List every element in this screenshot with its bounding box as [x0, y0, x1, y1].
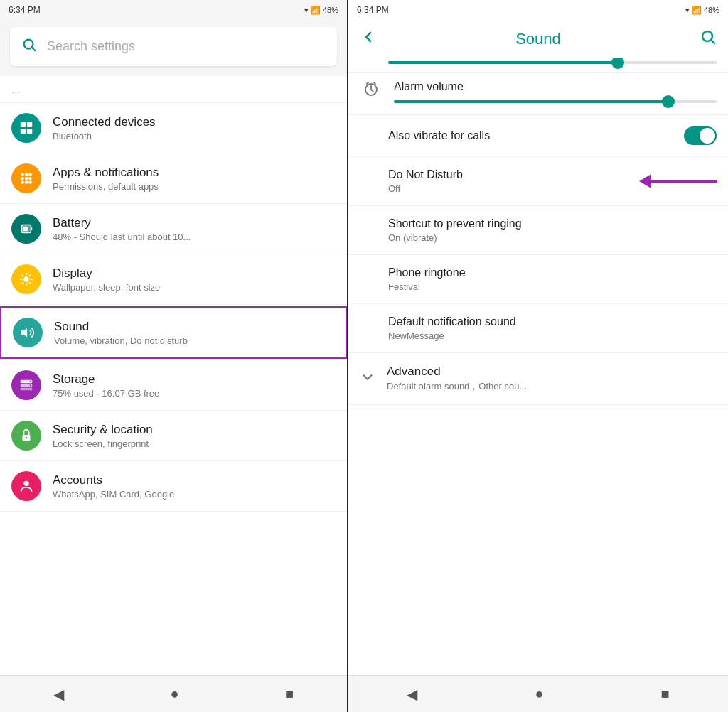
- svg-line-24: [22, 275, 23, 276]
- back-button-right[interactable]: [360, 28, 377, 50]
- svg-rect-5: [27, 129, 32, 134]
- svg-line-41: [374, 82, 375, 84]
- advanced-title: Advanced: [387, 365, 527, 379]
- status-icons-left: ▾ 📶 48%: [304, 6, 338, 15]
- battery-left: 48%: [323, 6, 338, 14]
- svg-point-19: [23, 276, 28, 281]
- settings-item-battery[interactable]: Battery 48% - Should last until about 10…: [0, 204, 347, 254]
- storage-icon: [11, 370, 41, 400]
- alarm-volume-label: Alarm volume: [394, 80, 717, 93]
- sound-icon: [13, 318, 43, 347]
- notification-sound-title: Default notification sound: [388, 315, 717, 328]
- svg-line-38: [712, 41, 714, 43]
- alarm-volume-section: Alarm volume: [348, 73, 728, 115]
- recent-button-right[interactable]: ■: [643, 679, 686, 709]
- advanced-row[interactable]: Advanced Default alarm sound，Other sou..…: [348, 353, 728, 405]
- search-button-right[interactable]: [700, 28, 717, 50]
- settings-item-apps[interactable]: Apps & notifications Permissions, defaul…: [0, 153, 347, 204]
- svg-line-40: [367, 82, 368, 84]
- do-not-disturb-row[interactable]: Do Not Disturb Off: [348, 157, 728, 206]
- advanced-text: Advanced Default alarm sound，Other sou..…: [387, 365, 527, 393]
- alarm-volume-icon: [360, 81, 382, 102]
- right-panel: 6:34 PM ▾ 📶 48% Sound: [348, 0, 728, 712]
- settings-item-accounts[interactable]: Accounts WhatsApp, SIM Card, Google: [0, 461, 347, 512]
- svg-point-6: [21, 173, 24, 176]
- display-text: Display Wallpaper, sleep, font size: [53, 266, 160, 293]
- connected-devices-icon: [11, 113, 41, 143]
- vibrate-calls-row[interactable]: Also vibrate for calls: [348, 115, 728, 157]
- phone-ringtone-row[interactable]: Phone ringtone Festival: [348, 255, 728, 304]
- status-bar-left: 6:34 PM ▾ 📶 48%: [0, 0, 347, 20]
- shortcut-row[interactable]: Shortcut to prevent ringing On (vibrate): [348, 206, 728, 255]
- purple-arrow-annotation: [636, 168, 721, 194]
- phone-ringtone-title: Phone ringtone: [388, 266, 717, 279]
- svg-rect-17: [23, 227, 27, 231]
- battery-right: 48%: [704, 6, 719, 14]
- accounts-subtitle: WhatsApp, SIM Card, Google: [53, 489, 174, 500]
- phone-ringtone-value: Festival: [388, 281, 717, 292]
- display-icon: [11, 264, 41, 294]
- search-placeholder: Search settings: [47, 39, 135, 54]
- alarm-volume-fill: [394, 100, 668, 103]
- alarm-volume-slider[interactable]: [394, 100, 717, 103]
- time-right: 6:34 PM: [357, 5, 389, 15]
- display-title: Display: [53, 266, 160, 281]
- storage-title: Storage: [53, 372, 159, 387]
- svg-marker-43: [639, 174, 651, 188]
- home-button-left[interactable]: ●: [153, 679, 196, 709]
- notification-sound-row[interactable]: Default notification sound NewMessage: [348, 304, 728, 353]
- battery-icon: [11, 214, 41, 244]
- svg-point-12: [21, 180, 24, 184]
- settings-item-display[interactable]: Display Wallpaper, sleep, font size: [0, 254, 347, 305]
- settings-item-storage[interactable]: Storage 75% used - 16.07 GB free: [0, 360, 347, 411]
- storage-subtitle: 75% used - 16.07 GB free: [53, 388, 159, 399]
- display-subtitle: Wallpaper, sleep, font size: [53, 282, 160, 293]
- bottom-nav-right: ◀ ● ■: [348, 675, 728, 712]
- connected-devices-subtitle: Bluetooth: [53, 131, 156, 141]
- svg-rect-18: [31, 227, 32, 230]
- svg-point-35: [26, 437, 28, 439]
- back-button-right-nav[interactable]: ◀: [390, 679, 434, 710]
- settings-item-sound[interactable]: Sound Volume, vibration, Do not disturb: [0, 306, 347, 359]
- sound-title: Sound: [54, 320, 188, 334]
- battery-text: Battery 48% - Should last until about 10…: [53, 216, 191, 242]
- accounts-title: Accounts: [53, 473, 174, 487]
- media-volume-slider[interactable]: [388, 61, 717, 64]
- apps-subtitle: Permissions, default apps: [53, 181, 159, 192]
- settings-list: Connected devices Bluetooth: [0, 103, 347, 675]
- settings-item-security[interactable]: Security & location Lock screen, fingerp…: [0, 411, 347, 461]
- bottom-nav-left: ◀ ● ■: [0, 675, 347, 712]
- alarm-volume-thumb[interactable]: [662, 95, 675, 108]
- settings-item-connected-devices[interactable]: Connected devices Bluetooth: [0, 103, 347, 153]
- recent-button-left[interactable]: ■: [268, 679, 311, 709]
- svg-point-9: [21, 177, 24, 180]
- svg-point-11: [28, 177, 32, 180]
- sound-subtitle: Volume, vibration, Do not disturb: [54, 335, 188, 346]
- sound-text: Sound Volume, vibration, Do not disturb: [54, 320, 188, 346]
- vibrate-calls-toggle[interactable]: [684, 126, 717, 145]
- time-left: 6:34 PM: [9, 5, 41, 15]
- svg-point-10: [25, 177, 28, 180]
- svg-point-32: [30, 381, 31, 382]
- advanced-chevron-icon: [360, 370, 375, 389]
- home-button-right[interactable]: ●: [518, 679, 560, 709]
- apps-text: Apps & notifications Permissions, defaul…: [53, 166, 159, 192]
- svg-rect-4: [21, 129, 26, 134]
- status-bar-right: 6:34 PM ▾ 📶 48%: [348, 0, 728, 20]
- security-title: Security & location: [53, 423, 153, 437]
- toggle-knob: [700, 128, 715, 144]
- svg-line-27: [30, 275, 31, 276]
- security-subtitle: Lock screen, fingerprint: [53, 438, 153, 449]
- wifi-icon: ▾: [304, 6, 309, 15]
- shortcut-value: On (vibrate): [388, 232, 717, 243]
- back-button-left[interactable]: ◀: [36, 679, 81, 710]
- security-text: Security & location Lock screen, fingerp…: [53, 423, 153, 449]
- security-icon: [11, 421, 41, 451]
- media-volume-thumb[interactable]: [611, 58, 624, 69]
- svg-rect-2: [21, 122, 26, 127]
- storage-text: Storage 75% used - 16.07 GB free: [53, 372, 159, 399]
- svg-marker-28: [21, 328, 27, 338]
- search-bar[interactable]: Search settings: [10, 27, 337, 66]
- svg-line-25: [30, 283, 31, 284]
- svg-point-13: [25, 180, 28, 184]
